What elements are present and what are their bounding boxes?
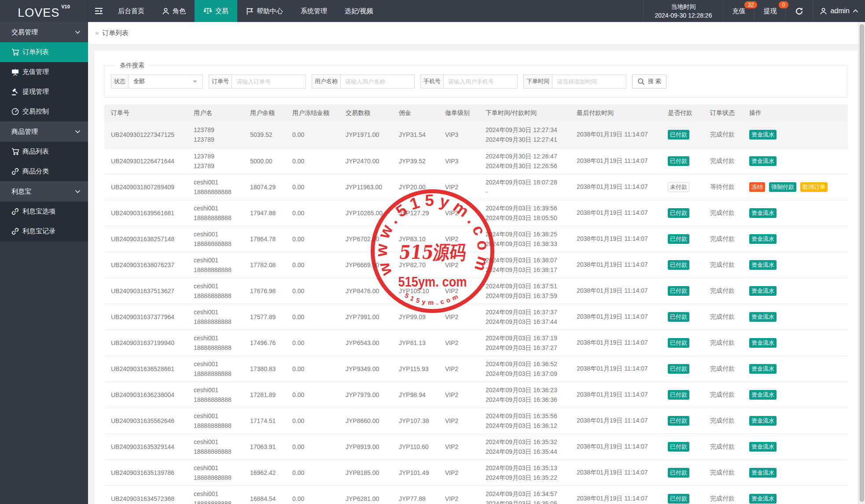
table-row-15[interactable]: UB2409031634572368ceshi00118888888888168… bbox=[104, 486, 848, 504]
user-phone-line: 18888888888 bbox=[194, 473, 243, 482]
table-row-12[interactable]: UB2409031635562646ceshi00118888888888171… bbox=[104, 408, 848, 434]
order-no-input[interactable] bbox=[232, 74, 306, 88]
withdraw-link[interactable]: 提现 0 bbox=[754, 0, 785, 22]
nav-item-roles[interactable]: 角色 bbox=[153, 0, 195, 22]
status-select[interactable]: 全部 bbox=[128, 74, 203, 88]
commission-cell: JYP127.29 bbox=[392, 200, 438, 226]
sidebar-item-label: 商品列表 bbox=[22, 147, 49, 156]
nav-item-help-center[interactable]: 帮助中心 bbox=[237, 0, 292, 22]
table-row-4[interactable]: UB2409031639561681ceshi00118888888888179… bbox=[104, 200, 848, 226]
last-pay-time-cell: 2038年01月19日 11:14:07 bbox=[570, 200, 661, 226]
level-cell: VIP2 bbox=[438, 330, 479, 356]
order-time-line: 2024年09月03日 16:35:13 bbox=[486, 463, 570, 473]
balance-cell: 17380.83 bbox=[243, 356, 286, 382]
sidebar-item-1-3[interactable]: 提现管理 bbox=[0, 82, 88, 102]
amount-cell: JYP8476.00 bbox=[339, 278, 392, 304]
sidebar-group-2[interactable]: 商品管理 bbox=[0, 121, 88, 142]
fund-flow-button[interactable]: 资金流水 bbox=[749, 234, 777, 244]
column-header-5: 交易数额 bbox=[339, 104, 392, 122]
sidebar-item-1-2[interactable]: 充值管理 bbox=[0, 62, 88, 82]
table-row-8[interactable]: UB2409031637377964ceshi00118888888888175… bbox=[104, 304, 848, 330]
pay-status-badge: 已付款 bbox=[668, 260, 689, 270]
sidebar-item-3-2[interactable]: 利息宝记录 bbox=[0, 221, 88, 241]
scrollbar-thumb[interactable] bbox=[860, 24, 864, 502]
sidebar-item-2-2[interactable]: 商品分类 bbox=[0, 162, 88, 181]
nav-item-dashboard[interactable]: 后台首页 bbox=[109, 0, 153, 22]
actions-group: 资金流水 bbox=[749, 338, 848, 348]
pay-status-cell: 已付款 bbox=[661, 486, 703, 504]
fund-flow-button[interactable]: 资金流水 bbox=[749, 130, 777, 140]
sidebar-item-2-1[interactable]: 商品列表 bbox=[0, 142, 88, 162]
pay-time-line: 2024年09月03日 16:37:09 bbox=[486, 369, 570, 379]
sidebar-item-1-4[interactable]: 交易控制 bbox=[0, 102, 88, 121]
recharge-link[interactable]: 充值 32 bbox=[723, 0, 754, 22]
fund-flow-button[interactable]: 资金流水 bbox=[749, 286, 777, 296]
fund-flow-button[interactable]: 资金流水 bbox=[749, 416, 777, 426]
search-button[interactable]: 搜 索 bbox=[632, 74, 666, 88]
order-pay-time-cell: 2024年09月03日 16:39:562024年09月03日 18:05:50 bbox=[479, 200, 570, 226]
frozen-cell: 0.00 bbox=[286, 200, 339, 226]
table-row-11[interactable]: UB2409031636238004ceshi00118888888888172… bbox=[104, 382, 848, 408]
nav-item-video[interactable]: 选妃/视频 bbox=[336, 0, 382, 22]
actions-cell: 资金流水 bbox=[743, 226, 848, 252]
breadcrumb: » 订单列表 bbox=[88, 22, 865, 44]
sidebar: 交易管理订单列表充值管理提现管理交易控制商品管理商品列表商品分类利息宝利息宝选项… bbox=[0, 22, 88, 504]
nav-item-system[interactable]: 系统管理 bbox=[292, 0, 336, 22]
pay-status-badge: 已付款 bbox=[668, 286, 689, 296]
actions-group: 资金流水 bbox=[749, 442, 848, 452]
fund-flow-button[interactable]: 资金流水 bbox=[749, 312, 777, 322]
sidebar-group-1[interactable]: 交易管理 bbox=[0, 22, 88, 42]
fund-flow-button[interactable]: 资金流水 bbox=[749, 442, 777, 452]
table-row-1[interactable]: UB24093012273471251237891237895039.520.0… bbox=[104, 122, 848, 148]
actions-cell: 资金流水 bbox=[743, 408, 848, 434]
amount-cell: JYP2470.00 bbox=[339, 148, 392, 174]
commission-cell: JYP105.10 bbox=[392, 278, 438, 304]
vertical-scrollbar[interactable] bbox=[858, 22, 865, 504]
fund-flow-button[interactable]: 资金流水 bbox=[749, 208, 777, 218]
pay-time-line: 2024年09月30日 12:26:56 bbox=[486, 161, 570, 171]
table-row-2[interactable]: UB24093012264716441237891237895000.000.0… bbox=[104, 148, 848, 174]
user-cell: ceshi00118888888888 bbox=[187, 356, 243, 382]
order-time-input[interactable] bbox=[552, 74, 626, 88]
user-name-line: ceshi001 bbox=[194, 255, 243, 265]
table-row-5[interactable]: UB2409031638257148ceshi00118888888888178… bbox=[104, 226, 848, 252]
user-name-input[interactable] bbox=[340, 74, 415, 88]
actions-cell: 资金流水 bbox=[743, 200, 848, 226]
commission-cell: JYP101.49 bbox=[392, 460, 438, 486]
fund-flow-button[interactable]: 资金流水 bbox=[749, 468, 777, 478]
cancel-order-button[interactable]: 取消订单 bbox=[800, 182, 828, 192]
refresh-button[interactable] bbox=[785, 0, 813, 22]
sidebar-item-3-1[interactable]: 利息宝选项 bbox=[0, 202, 88, 221]
fund-flow-button[interactable]: 资金流水 bbox=[749, 364, 777, 374]
user-menu[interactable]: admin bbox=[813, 0, 865, 22]
table-row-10[interactable]: UB2409031636528661ceshi00118888888888173… bbox=[104, 356, 848, 382]
table-row-7[interactable]: UB2409031637513627ceshi00118888888888176… bbox=[104, 278, 848, 304]
sidebar-group-3[interactable]: 利息宝 bbox=[0, 181, 88, 202]
nav-item-trade[interactable]: 交易 bbox=[195, 0, 237, 22]
table-row-14[interactable]: UB2409031635139786ceshi00118888888888169… bbox=[104, 460, 848, 486]
commission-cell: JYP39.52 bbox=[392, 148, 438, 174]
fund-flow-button[interactable]: 资金流水 bbox=[749, 390, 777, 400]
fund-flow-button[interactable]: 资金流水 bbox=[749, 260, 777, 270]
last-pay-time-cell: 2038年01月19日 11:14:07 bbox=[570, 356, 661, 382]
table-row-13[interactable]: UB2409031635329144ceshi00118888888888170… bbox=[104, 434, 848, 460]
icon-holder bbox=[11, 88, 19, 96]
fund-flow-button[interactable]: 资金流水 bbox=[749, 338, 777, 348]
user-phone-line: 18888888888 bbox=[194, 239, 243, 249]
fund-flow-button[interactable]: 资金流水 bbox=[749, 494, 777, 504]
freeze-button[interactable]: 冻结 bbox=[749, 182, 765, 192]
table-row-9[interactable]: UB2409031637199940ceshi00118888888888174… bbox=[104, 330, 848, 356]
phone-filter-group: 手机号 bbox=[420, 74, 518, 88]
pay-status-cell: 已付款 bbox=[661, 122, 703, 148]
sidebar-toggle-button[interactable] bbox=[88, 0, 109, 22]
fund-flow-button[interactable]: 资金流水 bbox=[749, 156, 777, 166]
phone-input[interactable] bbox=[443, 74, 518, 88]
pay-status-badge: 已付款 bbox=[668, 494, 689, 504]
search-legend: 条件搜索 bbox=[115, 62, 149, 69]
force-pay-button[interactable]: 强制付款 bbox=[769, 182, 796, 192]
table-row-6[interactable]: UB2409031638076237ceshi00118888888888177… bbox=[104, 252, 848, 278]
balance-cell: 17281.89 bbox=[243, 382, 286, 408]
order-pay-time-cell: 2024年09月30日 12:26:472024年09月30日 12:26:56 bbox=[479, 148, 570, 174]
table-row-3[interactable]: UB2409031807289409ceshi00118888888888180… bbox=[104, 174, 848, 200]
sidebar-item-1-1[interactable]: 订单列表 bbox=[0, 42, 88, 62]
